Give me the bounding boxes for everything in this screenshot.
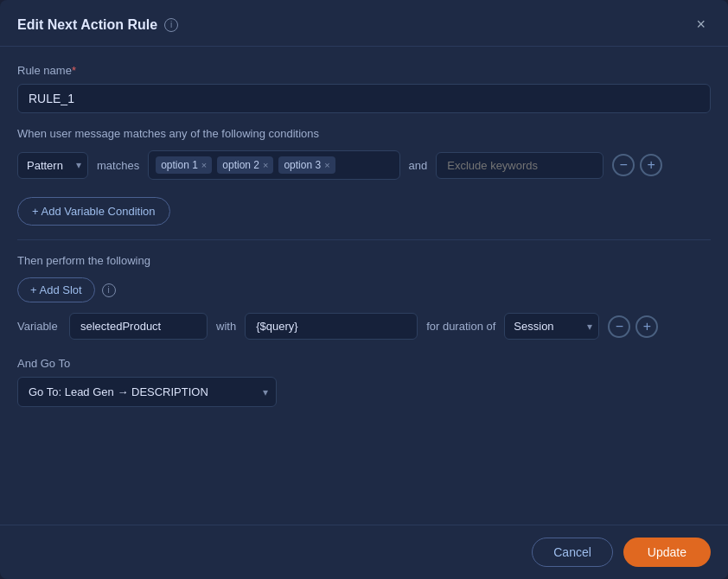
tag-option3: option 3 ×	[278, 156, 335, 174]
matches-text: matches	[97, 159, 139, 172]
goto-section: And Go To Go To: Lead Gen → DESCRIPTION	[17, 357, 711, 407]
condition-row-controls: − +	[612, 154, 662, 176]
rule-name-label: Rule name*	[17, 64, 711, 77]
exclude-keywords-input[interactable]	[436, 152, 603, 179]
pattern-select[interactable]: Pattern Intent Entity	[17, 152, 88, 179]
tag-option1: option 1 ×	[156, 156, 212, 174]
modal-title-area: Edit Next Action Rule i	[17, 17, 178, 33]
modal-footer: Cancel Update	[0, 525, 728, 579]
add-slot-row-button[interactable]: +	[635, 315, 658, 338]
add-variable-condition-button[interactable]: + Add Variable Condition	[17, 197, 170, 226]
goto-section-label: And Go To	[17, 357, 711, 370]
tag-option2-close[interactable]: ×	[263, 161, 268, 170]
then-section: Then perform the following + Add Slot i …	[17, 254, 711, 340]
modal-title: Edit Next Action Rule	[17, 17, 157, 33]
duration-select-wrapper: Session Request Persistent	[504, 313, 599, 340]
minus-icon: −	[620, 158, 628, 172]
update-button[interactable]: Update	[623, 538, 711, 567]
conditions-section: When user message matches any of the fol…	[17, 127, 711, 180]
slot-info-icon[interactable]: i	[102, 283, 116, 297]
modal-body: Rule name* When user message matches any…	[0, 47, 728, 525]
modal-info-icon[interactable]: i	[164, 18, 178, 32]
rule-name-section: Rule name*	[17, 64, 711, 113]
tag-option1-close[interactable]: ×	[201, 161, 207, 170]
slot-value-input[interactable]	[245, 313, 418, 340]
remove-slot-button[interactable]: −	[608, 315, 630, 338]
conditions-label: When user message matches any of the fol…	[17, 127, 711, 140]
tag-option3-label: option 3	[284, 159, 321, 171]
tag-option2: option 2 ×	[217, 156, 273, 174]
duration-select[interactable]: Session Request Persistent	[504, 313, 599, 340]
tag-option1-label: option 1	[161, 159, 198, 171]
slot-plus-icon: +	[643, 320, 651, 334]
slot-row: Variable with for duration of Session Re…	[17, 313, 711, 340]
then-section-label: Then perform the following	[17, 254, 711, 267]
edit-rule-modal: Edit Next Action Rule i × Rule name* Whe…	[0, 0, 728, 579]
pattern-select-wrapper: Pattern Intent Entity	[17, 152, 88, 179]
condition-row: Pattern Intent Entity matches option 1 ×…	[17, 150, 711, 180]
modal-header: Edit Next Action Rule i ×	[0, 0, 728, 47]
tag-option2-label: option 2	[222, 159, 259, 171]
slot-minus-icon: −	[616, 320, 623, 334]
modal-close-button[interactable]: ×	[691, 14, 711, 35]
slot-with-text: with	[216, 320, 236, 333]
tags-container[interactable]: option 1 × option 2 × option 3 ×	[148, 150, 399, 180]
and-text: and	[409, 159, 428, 172]
slot-name-input[interactable]	[69, 313, 208, 340]
tag-option3-close[interactable]: ×	[324, 161, 329, 170]
rule-name-input[interactable]	[17, 84, 711, 113]
goto-select-wrapper: Go To: Lead Gen → DESCRIPTION	[17, 377, 277, 407]
slot-row-controls: − +	[608, 315, 658, 338]
cancel-button[interactable]: Cancel	[532, 538, 613, 567]
goto-select[interactable]: Go To: Lead Gen → DESCRIPTION	[17, 377, 277, 407]
add-slot-button[interactable]: + Add Slot	[17, 277, 95, 302]
remove-condition-button[interactable]: −	[612, 154, 635, 176]
slot-type-label: Variable	[17, 320, 61, 333]
duration-text: for duration of	[426, 320, 495, 333]
add-condition-button[interactable]: +	[640, 154, 662, 176]
section-divider	[17, 239, 711, 240]
tag-input[interactable]	[341, 159, 393, 171]
add-slot-area: + Add Slot i	[17, 277, 711, 302]
plus-icon: +	[648, 158, 655, 172]
